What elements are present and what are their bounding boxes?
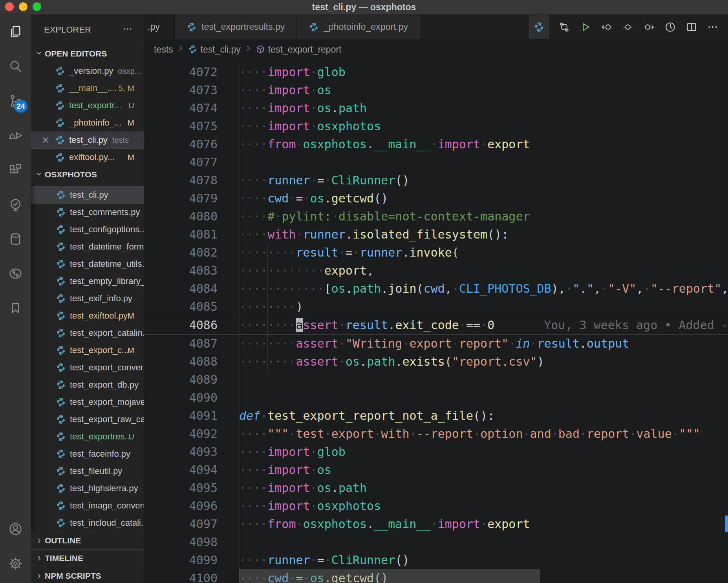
indent-guide [296,262,296,280]
tree-item[interactable]: test_highsierra.py [31,480,144,497]
code-line-4079[interactable]: 4079····cwd·=·os.getcwd() [144,189,728,208]
history-button[interactable] [660,15,681,39]
tree-item[interactable]: test_incloud_catali... [31,514,144,532]
close-icon[interactable] [41,135,50,145]
code-line-4082[interactable]: 4082········result·=·runner.invoke( [144,244,728,262]
tree-item[interactable]: test_exif_info.py [31,290,144,307]
file-description: tests [112,136,129,145]
split-editor-button[interactable] [681,15,702,39]
code-line-4080[interactable]: 4080····#·pylint:·disable=not-context-ma… [144,208,728,226]
breadcrumb-item-tests[interactable]: tests [154,44,173,55]
code-line-4094[interactable]: 4094····import·os [144,461,728,479]
code-line-4086[interactable]: 4086········assert·result.exit_code·==·0… [144,316,728,335]
python-icon [56,345,66,355]
indent-guide [267,280,268,298]
code-line-4083[interactable]: 4083············export, [144,262,728,280]
tree-item[interactable]: test_export_conver... [31,359,144,376]
python-interpreter-button[interactable] [529,15,549,39]
tab-partial[interactable]: .py [144,15,175,39]
code-line-4081[interactable]: 4081····with·runner.isolated_filesystem(… [144,226,728,244]
run-button[interactable] [575,15,596,39]
step-over-button[interactable] [638,15,660,39]
explorer-more-actions-icon[interactable] [123,24,133,36]
code-line-4077[interactable]: 4077 [144,153,728,171]
code-line-4095[interactable]: 4095····import·os.path [144,479,728,497]
code-line-4099[interactable]: 4099····runner·=·CliRunner() [144,551,728,569]
code-line-4076[interactable]: 4076····from·osxphotos.__main__·import·e… [144,135,728,153]
chevron-right-icon [176,44,185,55]
activity-bar-item-database[interactable] [0,222,31,256]
code-line-4091[interactable]: 4091def·test_export_report_not_a_file(): [144,407,728,425]
breadcrumb-item-test_cli.py[interactable]: test_cli.py [188,44,241,55]
tree-item[interactable]: test_comments.py [31,204,144,221]
tab-_photoinfo_export.py[interactable]: _photoinfo_export.py [297,15,420,39]
tree-item[interactable]: test_image_convert... [31,497,144,514]
tree-item[interactable]: test_export_c...M [31,342,144,359]
code-line-4092[interactable]: 4092····"""·test·export·with·--report·op… [144,425,728,443]
code-line-4097[interactable]: 4097····from·osxphotos.__main__·import·e… [144,515,728,533]
activity-bar-item-test-explorer[interactable] [0,187,31,222]
tree-item[interactable]: test_exiftool.pyM [31,307,144,324]
activity-bar-item-settings-gear[interactable] [0,546,31,581]
sidebar-section-npm-scripts[interactable]: NPM SCRIPTS [31,567,144,583]
code-line-4098[interactable]: 4098 [144,533,728,551]
open-editor-item[interactable]: test_cli.pytests [31,131,144,149]
chevron-right-icon [35,572,45,580]
activity-bar-item-source-control[interactable]: 24 [0,84,31,118]
open-editor-item[interactable]: _photoinfo_...M [31,114,144,131]
code-line-4089[interactable]: 4089 [144,371,728,389]
tab-test_exportresults.py[interactable]: test_exportresults.py [175,15,297,39]
editor-actions [549,15,728,39]
line-content: ····"""·test·export·with·--report·option… [239,425,728,443]
continue-button[interactable] [617,15,638,39]
project-section-header[interactable]: OSXPHOTOS [31,166,144,183]
code-editor[interactable]: 4072····import·glob4073····import·os4074… [144,60,728,583]
tree-item[interactable]: test_empty_library_... [31,273,144,290]
tree-item[interactable]: test_cli.py [31,186,144,204]
activity-bar-item-run-debug[interactable] [0,118,31,153]
code-line-4074[interactable]: 4074····import·os.path [144,99,728,117]
activity-bar-item-account[interactable] [0,512,31,546]
more-actions-button[interactable] [702,15,723,39]
tree-item[interactable]: test_export_catalin... [31,324,144,342]
code-line-4078[interactable]: 4078····runner·=·CliRunner() [144,171,728,189]
code-line-4093[interactable]: 4093····import·glob [144,443,728,461]
code-line-4073[interactable]: 4073····import·os [144,81,728,99]
tree-item[interactable]: test_export_mojave... [31,394,144,411]
indent-guide [267,316,268,334]
code-line-4084[interactable]: 4084············[os.path.join(cwd,·CLI_P… [144,280,728,298]
tree-item[interactable]: test_export_db.py [31,376,144,394]
open-editor-item[interactable]: _version.pyosxp... [31,62,144,80]
code-line-4075[interactable]: 4075····import·osxphotos [144,117,728,135]
code-line-4090[interactable]: 4090 [144,389,728,407]
activity-bar-item-extensions[interactable] [0,153,31,187]
tree-item[interactable]: test_fileutil.py [31,463,144,480]
sidebar-section-outline[interactable]: OUTLINE [31,532,144,549]
tree-item[interactable]: test_exportres...U [31,428,144,445]
breadcrumb-item-test_export_report[interactable]: test_export_report [256,44,342,55]
code-line-4085[interactable]: 4085········) [144,298,728,316]
activity-bar-item-files[interactable] [0,15,31,49]
tree-item[interactable]: test_datetime_form... [31,238,144,255]
activity-bar-item-bookmarks[interactable] [0,291,31,325]
open-editor-item[interactable]: __main__....5, M [31,80,144,97]
open-editor-item[interactable]: test_exportr...U [31,97,144,114]
activity-bar-item-git-graph[interactable] [0,256,31,291]
tree-item[interactable]: test_export_raw_ca... [31,411,144,428]
open-editors-section-header[interactable]: OPEN EDITORS [31,45,144,62]
tree-item[interactable]: test_datetime_utils.... [31,255,144,273]
compare-changes-button[interactable] [554,15,575,39]
tree-item[interactable]: test_configoptions.... [31,221,144,238]
code-line-4087[interactable]: 4087········assert·"Writing·export·repor… [144,335,728,353]
sidebar-section-timeline[interactable]: TIMELINE [31,549,144,567]
line-content: ········result·=·runner.invoke( [239,244,728,262]
activity-bar-item-search[interactable] [0,49,31,84]
code-line-4072[interactable]: 4072····import·glob [144,63,728,81]
open-editor-item[interactable]: exiftool.py...M [31,149,144,166]
tree-item[interactable]: test_faceinfo.py [31,445,144,463]
code-line-4096[interactable]: 4096····import·osxphotos [144,497,728,515]
code-line-4088[interactable]: 4088········assert·os.path.exists("repor… [144,353,728,371]
reverse-continue-button[interactable] [596,15,617,39]
line-content: ····import·os [239,461,728,479]
horizontal-scrollbar[interactable] [239,569,540,583]
